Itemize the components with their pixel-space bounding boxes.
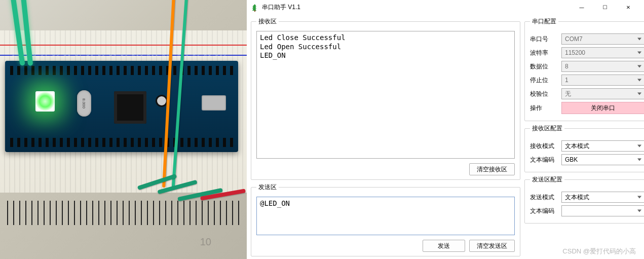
- background-mark: 10: [200, 236, 211, 248]
- send-legend: 发送区: [256, 183, 279, 192]
- send-button[interactable]: 发送: [423, 240, 465, 252]
- port-select[interactable]: [561, 33, 644, 45]
- receive-config: 接收区配置 接收模式 文本编码: [524, 124, 644, 172]
- parity-label: 校验位: [530, 90, 557, 98]
- receive-area: 接收区 清空接收区: [251, 17, 520, 180]
- clear-receive-button[interactable]: 清空接收区: [469, 163, 515, 175]
- recv-mode-select[interactable]: [561, 140, 644, 152]
- maximize-button[interactable]: ☐: [593, 0, 617, 15]
- data-bits-label: 数据位: [530, 62, 557, 71]
- stop-bits-label: 停止位: [530, 76, 557, 85]
- send-mode-select[interactable]: [561, 192, 644, 203]
- data-bits-select[interactable]: [561, 61, 644, 72]
- close-port-button[interactable]: 关闭串口: [561, 102, 644, 114]
- window-title: 串口助手 V1.1: [262, 3, 300, 12]
- minimize-button[interactable]: —: [570, 0, 593, 15]
- led-indicator: [35, 91, 55, 112]
- clear-send-button[interactable]: 清空发送区: [469, 240, 515, 252]
- port-config: 串口配置 串口号 波特率 数据位 停止位 校验位: [524, 17, 644, 121]
- micro-usb-port: [202, 95, 226, 110]
- port-config-legend: 串口配置: [530, 17, 558, 26]
- port-label: 串口号: [530, 35, 557, 44]
- send-area: 发送区 发送 清空发送区: [251, 183, 520, 256]
- stop-bits-select[interactable]: [561, 75, 644, 86]
- receive-config-legend: 接收区配置: [530, 124, 564, 133]
- send-enc-label: 文本编码: [530, 207, 557, 215]
- send-config-legend: 发送区配置: [530, 175, 564, 184]
- baud-select[interactable]: [561, 47, 644, 58]
- titlebar[interactable]: 串口助手 V1.1 — ☐ ✕: [247, 0, 644, 15]
- send-config: 发送区配置 发送模式 文本编码: [524, 175, 644, 224]
- crystal-oscillator: [77, 90, 91, 117]
- receive-legend: 接收区: [256, 17, 279, 26]
- send-textarea[interactable]: [256, 197, 515, 235]
- close-button[interactable]: ✕: [617, 0, 640, 15]
- serial-assistant-window: 串口助手 V1.1 — ☐ ✕ 接收区 清空接收区 发送区 发送 清空发送区: [247, 0, 644, 259]
- app-icon: [251, 4, 259, 12]
- send-enc-select[interactable]: [561, 205, 644, 216]
- send-mode-label: 发送模式: [530, 193, 557, 202]
- action-label: 操作: [530, 104, 557, 113]
- window-controls: — ☐ ✕: [570, 0, 640, 15]
- recv-enc-label: 文本编码: [530, 156, 557, 164]
- pin-silkscreen: 3 3 5 G 5V B9 B8 B7 B6 B5 B4 B3 A15 A12 …: [12, 53, 231, 56]
- receive-textarea[interactable]: [256, 31, 515, 159]
- recv-enc-select[interactable]: [561, 154, 644, 165]
- svg-rect-0: [254, 10, 255, 12]
- hardware-photo: 3 3 5 G 5V B9 B8 B7 B6 B5 B4 B3 A15 A12 …: [0, 0, 247, 259]
- breadboard-holes-lower: [5, 203, 242, 225]
- recv-mode-label: 接收模式: [530, 142, 557, 151]
- baud-label: 波特率: [530, 49, 557, 57]
- reset-button: [157, 96, 166, 105]
- parity-select[interactable]: [561, 88, 644, 99]
- stm32-board: 3 3 5 G 5V B9 B8 B7 B6 B5 B4 B3 A15 A12 …: [5, 61, 238, 152]
- mcu-chip: [114, 91, 146, 124]
